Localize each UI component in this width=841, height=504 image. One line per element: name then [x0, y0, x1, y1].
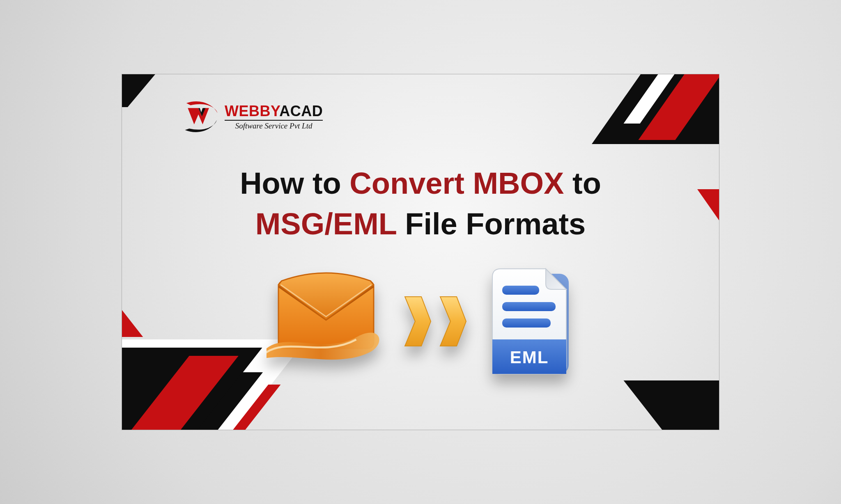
decor-stripe: [122, 74, 165, 107]
title-line-1: How to Convert MBOX to: [122, 165, 719, 203]
brand-first: WEBBY: [225, 103, 279, 119]
title-highlight-1: Convert MBOX: [349, 166, 564, 200]
logo-mark-icon: [184, 99, 219, 134]
brand-name: WEBBYACAD: [225, 103, 323, 120]
title-suffix-2: File Formats: [397, 207, 586, 241]
title-highlight-2: MSG/EML: [255, 207, 397, 241]
brand-logo: WEBBYACAD Software Service Pvt Ltd: [184, 99, 323, 134]
title-prefix: How to: [240, 166, 349, 200]
svg-rect-4: [502, 318, 551, 328]
illustration-row: EML: [122, 263, 719, 380]
eml-file-icon: EML: [484, 263, 574, 380]
title-line-2: MSG/EML File Formats: [122, 205, 719, 243]
page-title: How to Convert MBOX to MSG/EML File Form…: [122, 165, 719, 243]
title-suffix-1: to: [564, 166, 601, 200]
brand-tagline: Software Service Pvt Ltd: [225, 120, 323, 131]
chevron-right-icon: [402, 295, 468, 348]
envelope-icon: [267, 269, 386, 374]
svg-rect-2: [502, 286, 539, 295]
svg-rect-3: [502, 302, 556, 311]
brand-second: ACAD: [279, 103, 323, 119]
banner-canvas: WEBBYACAD Software Service Pvt Ltd How t…: [122, 74, 719, 430]
decor-stripe: [623, 380, 719, 430]
file-label: EML: [484, 348, 574, 367]
